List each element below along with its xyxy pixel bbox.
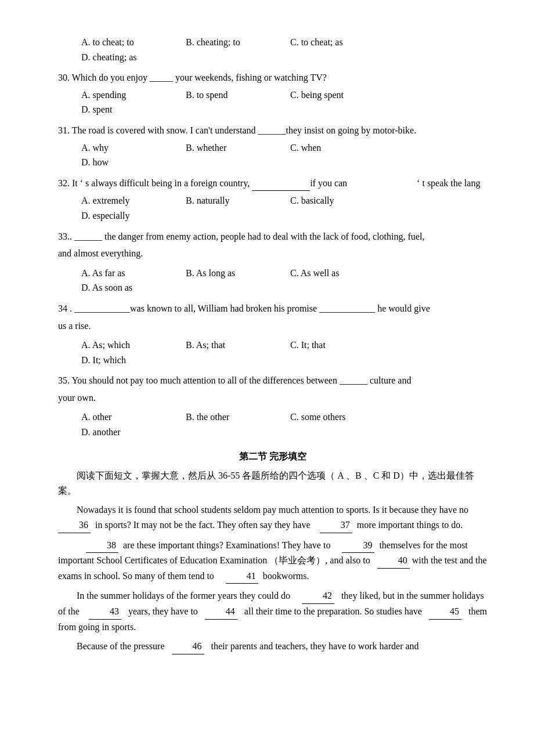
q31-option-a: A. why — [81, 140, 186, 155]
paragraph-1: Nowadays it is found that school student… — [58, 502, 488, 533]
blank-37: 37 — [320, 518, 352, 533]
blank-40: 40 — [377, 553, 410, 569]
q34-option-c: C. It; that — [290, 338, 395, 353]
paragraph-3: In the summer holidays of the former yea… — [58, 588, 488, 634]
q35-options-row: A. other B. the other C. some others D. … — [81, 410, 488, 439]
blank-46: 46 — [172, 639, 204, 654]
q30-option-a: A. spending — [81, 88, 186, 103]
q35-option-c: C. some others — [290, 410, 395, 425]
q29-option-d: D. cheating; as — [81, 50, 186, 65]
section2-header: 第二节 完形填空 — [58, 449, 488, 464]
q29-options-row: A. to cheat; to B. cheating; to C. to ch… — [81, 35, 488, 64]
q29-option-c: C. to cheat; as — [290, 35, 395, 50]
blank-43: 43 — [89, 604, 121, 620]
question-33: 33.. ______ the danger from enemy action… — [58, 229, 488, 295]
question-32: 32. It ‘ s always difficult being in a f… — [58, 176, 488, 223]
question-29-options: A. to cheat; to B. cheating; to C. to ch… — [58, 35, 488, 64]
q30-text: 30. Which do you enjoy _____ your weeken… — [58, 70, 488, 85]
q35-continuation: your own. — [58, 390, 488, 406]
q32-blank — [252, 176, 310, 191]
q32-text: 32. It ‘ s always difficult being in a f… — [58, 176, 488, 191]
q34-option-a: A. As; which — [81, 338, 186, 353]
q31-option-d: D. how — [81, 155, 186, 170]
question-35: 35. You should not pay too much attentio… — [58, 373, 488, 439]
blank-38: 38 — [86, 538, 118, 554]
blank-44: 44 — [205, 604, 237, 620]
question-31: 31. The road is covered with snow. I can… — [58, 123, 488, 170]
q34-options-row: A. As; which B. As; that C. It; that D. … — [81, 338, 488, 367]
q35-option-a: A. other — [81, 410, 186, 425]
blank-45: 45 — [429, 604, 461, 620]
q34-option-d: D. It; which — [81, 353, 186, 368]
q31-options-row: A. why B. whether C. when D. how — [81, 140, 488, 170]
question-30: 30. Which do you enjoy _____ your weeken… — [58, 70, 488, 117]
question-34: 34 . ____________was known to all, Willi… — [58, 301, 488, 367]
q34-continuation: us a rise. — [58, 319, 488, 334]
q35-text: 35. You should not pay too much attentio… — [58, 373, 488, 388]
q30-option-d: D. spent — [81, 102, 186, 117]
q34-text: 34 . ____________was known to all, Willi… — [58, 301, 488, 316]
q32-option-d: D. especially — [81, 208, 186, 223]
q31-option-b: B. whether — [186, 140, 290, 155]
q33-option-b: B. As long as — [186, 266, 290, 281]
q31-option-c: C. when — [290, 140, 395, 155]
q33-option-c: C. As well as — [290, 266, 395, 281]
q34-option-b: B. As; that — [186, 338, 290, 353]
q32-option-b: B. naturally — [186, 193, 290, 208]
q30-option-c: C. being spent — [290, 88, 395, 103]
q29-option-a: A. to cheat; to — [81, 35, 186, 50]
exam-content: A. to cheat; to B. cheating; to C. to ch… — [58, 35, 488, 654]
q32-option-c: C. basically — [290, 193, 395, 208]
blank-36: 36 — [58, 518, 91, 533]
q33-option-d: D. As soon as — [81, 280, 186, 295]
q30-options-row: A. spending B. to spend C. being spent D… — [81, 88, 488, 117]
q29-option-b: B. cheating; to — [186, 35, 290, 50]
q35-option-b: B. the other — [186, 410, 290, 425]
q30-option-b: B. to spend — [186, 88, 290, 103]
q35-option-d: D. another — [81, 425, 186, 440]
q32-options-row: A. extremely B. naturally C. basically D… — [81, 193, 488, 223]
q33-options-row: A. As far as B. As long as C. As well as… — [81, 266, 488, 295]
blank-39: 39 — [342, 538, 374, 554]
blank-42: 42 — [302, 588, 334, 604]
paragraph-2: 38 are these important things? Examinati… — [58, 538, 488, 584]
q33-continuation: and almost everything. — [58, 246, 488, 261]
q32-option-a: A. extremely — [81, 193, 186, 208]
q33-option-a: A. As far as — [81, 266, 186, 281]
q33-text: 33.. ______ the danger from enemy action… — [58, 229, 488, 244]
blank-41: 41 — [226, 569, 258, 584]
q31-text: 31. The road is covered with snow. I can… — [58, 123, 488, 138]
section2-instruction: 阅读下面短文，掌握大意，然后从 36-55 各题所给的四个选项（ A 、B 、C… — [58, 468, 488, 498]
paragraph-4: Because of the pressure 46 their parents… — [58, 639, 488, 654]
